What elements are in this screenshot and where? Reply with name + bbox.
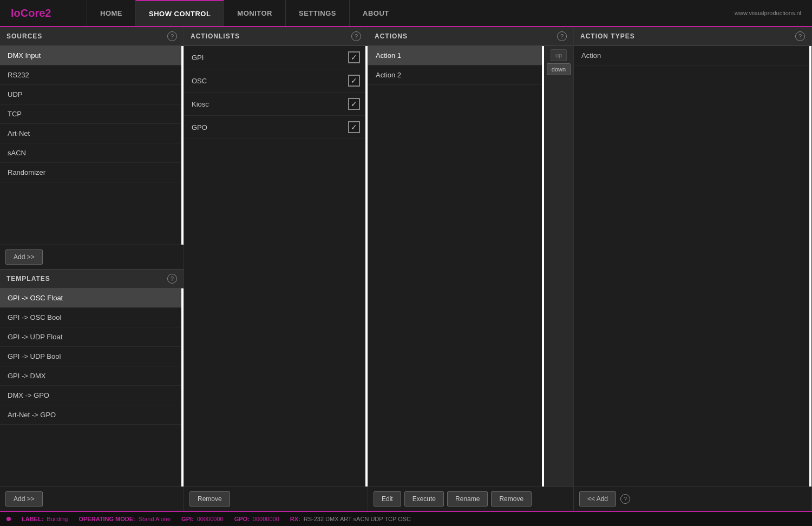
status-gpo-item: GPO: 00000000: [234, 516, 279, 522]
actionlist-osc-checkbox[interactable]: [348, 75, 360, 87]
template-item-5[interactable]: DMX -> GPO: [0, 386, 184, 405]
actions-footer: Edit Execute Rename Remove: [368, 486, 573, 511]
actionlists-title: ACTIONLISTS: [191, 32, 240, 40]
nav-home[interactable]: HOME: [87, 0, 135, 26]
sources-list-area: DMX Input RS232 UDP TCP Art-Net sACN Ran…: [0, 46, 184, 245]
status-mode-key: OPERATING MODE:: [78, 516, 135, 522]
actionlists-header: ACTIONLISTS ?: [184, 27, 368, 46]
actions-side-controls: up down: [544, 46, 573, 486]
actionlists-help-icon[interactable]: ?: [351, 31, 361, 41]
template-item-3[interactable]: GPI -> UDP Bool: [0, 347, 184, 366]
actionlists-footer: Remove: [184, 486, 368, 511]
app-title: IoCore2: [0, 7, 87, 19]
action-types-scrollbar: [809, 46, 811, 486]
source-item-tcp[interactable]: TCP: [0, 104, 184, 124]
template-item-1[interactable]: GPI -> OSC Bool: [0, 308, 184, 327]
actions-help-icon[interactable]: ?: [557, 31, 567, 41]
actionlists-remove-button[interactable]: Remove: [189, 491, 230, 507]
sources-panel: SOURCES ? DMX Input RS232 UDP TCP Art-Ne…: [0, 27, 184, 511]
actionlist-gpo-label: GPO: [192, 123, 207, 132]
template-item-2[interactable]: GPI -> UDP Float: [0, 327, 184, 347]
action-item-1[interactable]: Action 1: [368, 46, 544, 65]
action-types-panel: ACTION TYPES ? Action << Add ?: [574, 27, 812, 511]
source-item-rs232[interactable]: RS232: [0, 65, 184, 85]
sources-help-icon[interactable]: ?: [167, 31, 177, 41]
templates-footer: Add >>: [0, 486, 184, 511]
action-types-title: ACTION TYPES: [580, 32, 635, 40]
status-bar: LABEL: Building OPERATING MODE: Stand Al…: [0, 511, 812, 526]
templates-header: TEMPLATES ?: [0, 269, 184, 288]
main-content: SOURCES ? DMX Input RS232 UDP TCP Art-Ne…: [0, 27, 812, 511]
status-rx-item: RX: RS-232 DMX ART sACN UDP TCP OSC: [290, 516, 411, 522]
status-gpi-key: GPI:: [181, 516, 194, 522]
actionlist-kiosc[interactable]: Kiosc: [184, 93, 368, 116]
status-rx-key: RX:: [290, 516, 300, 522]
sources-scrollbar: [181, 46, 184, 245]
actions-scrollbar: [542, 46, 544, 486]
action-item-2[interactable]: Action 2: [368, 65, 544, 85]
sources-add-button[interactable]: Add >>: [5, 249, 43, 265]
action-types-header: ACTION TYPES ?: [574, 27, 811, 46]
templates-help-icon[interactable]: ?: [167, 274, 177, 284]
action-types-list: Action: [574, 46, 811, 486]
actionlist-osc-label: OSC: [192, 77, 207, 85]
template-item-6[interactable]: Art-Net -> GPO: [0, 405, 184, 425]
action-types-help-icon[interactable]: ?: [795, 31, 805, 41]
actions-rename-button[interactable]: Rename: [447, 491, 488, 507]
actions-remove-button[interactable]: Remove: [491, 491, 532, 507]
actions-list-area: Action 1 Action 2 up down: [368, 46, 573, 486]
source-item-dmx[interactable]: DMX Input: [0, 46, 184, 65]
action-down-button[interactable]: down: [547, 63, 571, 75]
nav-show-control[interactable]: SHOW CONTROL: [135, 0, 224, 26]
source-item-artnet[interactable]: Art-Net: [0, 124, 184, 143]
templates-add-button[interactable]: Add >>: [5, 491, 43, 507]
actions-list: Action 1 Action 2: [368, 46, 544, 486]
nav: HOME SHOW CONTROL MONITOR SETTINGS ABOUT: [87, 0, 402, 26]
actions-header: ACTIONS ?: [368, 27, 573, 46]
templates-list: GPI -> OSC Float GPI -> OSC Bool GPI -> …: [0, 288, 184, 487]
actionlist-kiosc-checkbox[interactable]: [348, 98, 360, 110]
actionlist-gpi[interactable]: GPI: [184, 46, 368, 69]
sources-header: SOURCES ?: [0, 27, 184, 46]
nav-monitor[interactable]: MONITOR: [224, 0, 285, 26]
status-mode-item: OPERATING MODE: Stand Alone: [78, 516, 171, 522]
sources-title: SOURCES: [6, 32, 42, 40]
actionlists-list-area: GPI OSC Kiosc GPO: [184, 46, 368, 486]
action-type-item-0[interactable]: Action: [574, 46, 811, 65]
actionlist-kiosc-label: Kiosc: [192, 100, 209, 108]
source-item-udp[interactable]: UDP: [0, 85, 184, 104]
nav-settings[interactable]: SETTINGS: [285, 0, 349, 26]
status-gpi-item: GPI: 00000000: [181, 516, 224, 522]
status-mode-value: Stand Alone: [139, 516, 171, 522]
templates-scrollbar: [181, 288, 184, 487]
action-types-list-area: Action: [574, 46, 811, 486]
templates-title: TEMPLATES: [6, 275, 50, 282]
nav-about[interactable]: ABOUT: [349, 0, 402, 26]
status-gpo-value: 00000000: [253, 516, 279, 522]
actionlist-gpo-checkbox[interactable]: [348, 121, 360, 133]
source-item-sacn[interactable]: sACN: [0, 143, 184, 163]
actions-execute-button[interactable]: Execute: [404, 491, 444, 507]
status-label-item: LABEL: Building: [22, 516, 68, 522]
actionlists-scrollbar: [365, 46, 368, 486]
sources-section: SOURCES ? DMX Input RS232 UDP TCP Art-Ne…: [0, 27, 184, 269]
actionlist-gpo[interactable]: GPO: [184, 116, 368, 139]
actionlists-panel: ACTIONLISTS ? GPI OSC Kiosc GPO: [184, 27, 368, 511]
actionlist-osc[interactable]: OSC: [184, 69, 368, 93]
template-item-4[interactable]: GPI -> DMX: [0, 366, 184, 386]
action-types-footer: << Add ?: [574, 486, 811, 511]
actions-edit-button[interactable]: Edit: [374, 491, 401, 507]
templates-list-area: GPI -> OSC Float GPI -> OSC Bool GPI -> …: [0, 288, 184, 487]
actionlist-gpi-checkbox[interactable]: [348, 51, 360, 63]
status-gpo-key: GPO:: [234, 516, 250, 522]
action-types-add-button[interactable]: << Add: [579, 491, 616, 507]
status-gpi-value: 00000000: [197, 516, 224, 522]
sources-footer: Add >>: [0, 245, 184, 269]
source-item-randomizer[interactable]: Randomizer: [0, 163, 184, 182]
action-up-button[interactable]: up: [551, 49, 567, 61]
action-types-add-help-icon[interactable]: ?: [620, 494, 630, 504]
actions-panel: ACTIONS ? Action 1 Action 2 up down Edit…: [368, 27, 574, 511]
status-label-key: LABEL:: [22, 516, 43, 522]
header: IoCore2 HOME SHOW CONTROL MONITOR SETTIN…: [0, 0, 812, 27]
template-item-0[interactable]: GPI -> OSC Float: [0, 288, 184, 308]
